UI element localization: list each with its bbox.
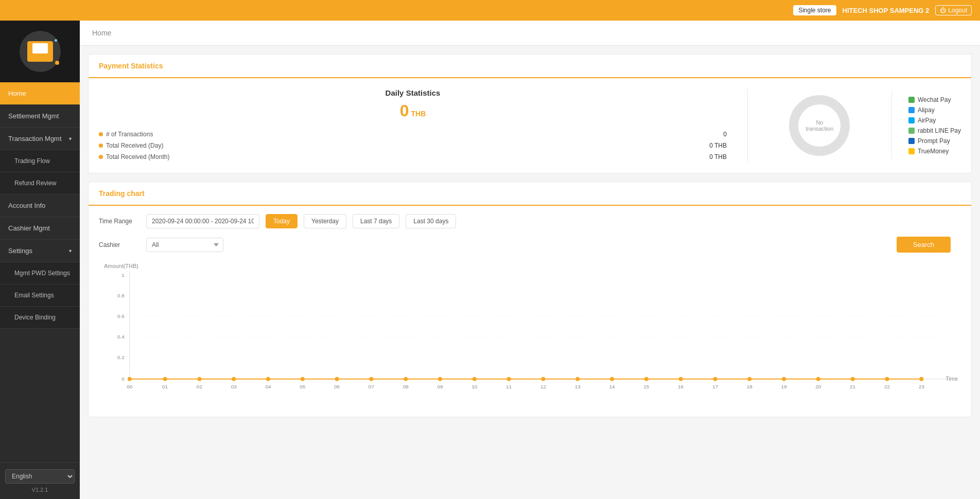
yesterday-button[interactable]: Yesterday [304,214,346,228]
sidebar-item-label: Cashier Mgmt [8,224,50,232]
svg-text:20: 20 [815,384,821,389]
data-point [438,377,442,381]
svg-text:05: 05 [300,384,306,389]
last-30-days-button[interactable]: Last 30 days [406,214,456,228]
data-point [644,377,649,381]
data-point [404,377,408,381]
sidebar-item-label: Account Info [8,202,45,209]
sidebar-item-label: Transaction Mgmt [8,135,62,142]
sidebar-item-label: Trading Flow [14,157,50,165]
data-point [507,377,511,381]
data-point [163,377,167,381]
single-store-button[interactable]: Single store [793,5,836,15]
last-7-days-button[interactable]: Last 7 days [353,214,399,228]
sidebar-item-home[interactable]: Home [0,82,80,105]
data-point [301,377,305,381]
svg-text:0.4: 0.4 [117,334,125,340]
svg-text:03: 03 [231,384,237,389]
svg-text:0: 0 [121,376,125,382]
cashier-select[interactable]: All [146,238,223,252]
data-point [816,377,820,381]
sidebar-item-mgmt-pwd[interactable]: Mgmt PWD Settings [0,262,80,284]
x-axis-label: Time [946,376,958,382]
trading-chart-title: Trading chart [89,182,971,206]
logout-button[interactable]: ⏻ Logout [935,5,972,15]
time-range-input[interactable] [146,214,259,228]
legend-rabbit: rabbit LINE Pay [908,127,961,134]
svg-text:22: 22 [884,384,890,389]
legend-label: TrueMoney [918,148,949,155]
data-point [472,377,477,381]
svg-text:18: 18 [747,384,753,389]
data-point [575,377,580,381]
stats-row-received-day: Total Received (Day) 0 THB [99,140,727,151]
svg-text:04: 04 [265,384,271,389]
logout-label: Logout [948,7,967,14]
sidebar-item-refund-review[interactable]: Refund Review [0,172,80,194]
breadcrumb: Home [80,21,980,46]
shop-name: HITECH SHOP SAMPENG 2 [843,7,930,14]
svg-text:08: 08 [403,384,409,389]
svg-text:0.6: 0.6 [117,313,125,319]
data-point [541,377,545,381]
data-point [369,377,373,381]
time-range-label: Time Range [99,218,140,225]
svg-text:17: 17 [712,384,719,389]
sidebar-footer: English V1.2.1 [0,462,80,499]
data-point [782,377,786,381]
header: Single store HITECH SHOP SAMPENG 2 ⏻ Log… [0,0,980,21]
sidebar-item-device-binding[interactable]: Device Binding [0,307,80,329]
sidebar-item-email-settings[interactable]: Email Settings [0,284,80,307]
chart-legend: Wechat Pay Alipay AirPay rabbit LINE Pay [892,96,961,155]
legend-airpay: AirPay [908,117,961,124]
version-label: V1.2.1 [5,487,75,493]
sidebar-item-transaction[interactable]: Transaction Mgmt ▾ [0,128,80,150]
sidebar-item-settings[interactable]: Settings ▾ [0,240,80,262]
sidebar-item-settlement[interactable]: Settlement Mgmt [0,105,80,128]
stats-row-transactions: # of Transactions 0 [99,129,727,140]
data-point [266,377,270,381]
search-button[interactable]: Search [897,237,951,253]
donut-chart-area: No transaction [748,92,892,159]
data-point [747,377,751,381]
daily-stats-title: Daily Statistics [99,88,727,97]
trading-chart-card: Trading chart Time Range Today Yesterday… [88,182,972,417]
data-point [679,377,683,381]
legend-label: Prompt Pay [918,137,950,145]
svg-text:21: 21 [850,384,856,389]
data-point [885,377,889,381]
y-axis-label: Amount(THB) [104,263,138,269]
chevron-down-icon: ▾ [69,248,72,254]
legend-wechat: Wechat Pay [908,96,961,103]
logout-icon: ⏻ [940,7,946,14]
svg-text:12: 12 [540,384,547,389]
sidebar-logo [0,21,80,82]
language-select[interactable]: English [5,469,75,484]
sidebar-item-label: Home [8,90,26,97]
svg-text:10: 10 [471,384,478,389]
legend-alipay: Alipay [908,106,961,114]
sidebar-item-label: Mgmt PWD Settings [14,270,70,277]
data-point [128,377,132,381]
data-point [713,377,717,381]
data-point [197,377,201,381]
sidebar-item-label: Refund Review [14,180,56,187]
svg-text:01: 01 [162,384,168,389]
data-point [851,377,855,381]
data-point [610,377,614,381]
stats-row-received-month: Total Received (Month) 0 THB [99,151,727,163]
cashier-label: Cashier [99,241,140,248]
today-button[interactable]: Today [266,214,297,228]
svg-text:13: 13 [575,384,581,389]
svg-text:15: 15 [643,384,650,389]
sidebar-item-account-info[interactable]: Account Info [0,194,80,217]
sidebar-item-cashier-mgmt[interactable]: Cashier Mgmt [0,217,80,240]
legend-truemoney: TrueMoney [908,148,961,155]
sidebar-item-label: Settlement Mgmt [8,112,59,120]
sidebar-item-label: Settings [8,247,32,255]
payment-statistics-title: Payment Statistics [89,55,971,78]
svg-text:0.2: 0.2 [117,354,125,360]
sidebar-item-trading-flow[interactable]: Trading Flow [0,150,80,172]
data-point [335,377,339,381]
data-point [919,377,923,381]
